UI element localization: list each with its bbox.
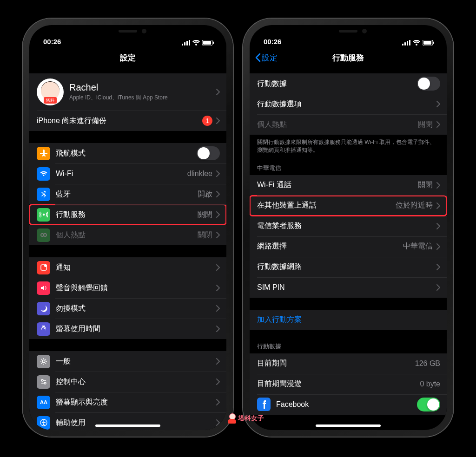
notch — [302, 25, 395, 39]
phone-right: 00:26 設定 — [243, 19, 453, 437]
calls-on-other-devices-cell[interactable]: 在其他裝置上通話 位於附近時 — [250, 196, 447, 216]
hotspot-cell[interactable]: 個人熱點 關閉 — [250, 114, 447, 135]
status-time: 00:26 — [43, 38, 71, 46]
svg-rect-20 — [407, 41, 408, 46]
backup-warning-label: iPhone 尚未進行備份 — [37, 116, 198, 126]
cellular-data-footer: 關閉行動數據來限制所有數據服務只能透過 Wi-Fi 取用，包含電子郵件、瀏覽網頁… — [250, 135, 447, 155]
cellular-network-cell[interactable]: 行動數據網路 — [250, 257, 447, 277]
settings-content[interactable]: 塔科 Rachel Apple ID、iCloud、iTunes 與 App S… — [29, 68, 226, 430]
chevron-right-icon — [436, 101, 440, 107]
notifications-icon — [37, 261, 50, 274]
back-button[interactable]: 設定 — [255, 47, 278, 68]
cellular-signal-icon — [182, 40, 190, 46]
accessibility-cell[interactable]: 輔助使用 — [29, 412, 226, 430]
chevron-right-icon — [216, 358, 220, 365]
display-icon: AA — [37, 396, 50, 409]
screentime-cell[interactable]: 螢幕使用時間 — [29, 319, 226, 339]
network-selection-label: 網路選擇 — [257, 242, 403, 251]
app-usage-facebook-cell[interactable]: Facebook — [250, 394, 447, 415]
wifi-calling-cell[interactable]: Wi-Fi 通話 關閉 — [250, 175, 447, 196]
sim-pin-label: SIM PIN — [257, 283, 433, 292]
svg-point-7 — [43, 214, 44, 215]
current-period-cell[interactable]: 目前期間 126 GB — [250, 353, 447, 374]
current-period-value: 126 GB — [415, 359, 440, 368]
svg-point-12 — [42, 360, 45, 363]
profile-cell[interactable]: 塔科 Rachel Apple ID、iCloud、iTunes 與 App S… — [29, 73, 226, 111]
carrier-header: 中華電信 — [250, 164, 447, 175]
cellular-cell[interactable]: 行動服務 關閉 — [29, 204, 226, 225]
svg-rect-23 — [423, 41, 431, 45]
cellular-options-cell[interactable]: 行動數據選項 — [250, 94, 447, 114]
bluetooth-cell[interactable]: 藍牙 開啟 — [29, 184, 226, 204]
sim-pin-cell[interactable]: SIM PIN — [250, 277, 447, 298]
screentime-label: 螢幕使用時間 — [56, 324, 212, 334]
svg-point-8 — [41, 234, 44, 236]
facebook-data-toggle[interactable] — [417, 398, 440, 411]
network-selection-value: 中華電信 — [403, 242, 433, 251]
chevron-right-icon — [436, 223, 440, 229]
accessibility-icon — [37, 416, 50, 430]
screen-right: 00:26 設定 — [250, 25, 447, 430]
hotspot-value: 關閉 — [418, 120, 433, 130]
chevron-right-icon — [216, 211, 220, 218]
wifi-calling-value: 關閉 — [418, 180, 433, 190]
navbar: 設定 行動服務 — [250, 47, 447, 68]
watermark: 塔科女子 — [228, 413, 264, 424]
svg-rect-0 — [182, 44, 183, 46]
control-center-cell[interactable]: 控制中心 — [29, 372, 226, 392]
hotspot-label: 個人熱點 — [56, 230, 198, 240]
chevron-right-icon — [436, 121, 440, 128]
control-center-label: 控制中心 — [56, 377, 212, 387]
warning-badge: 1 — [202, 116, 212, 126]
roaming-period-cell[interactable]: 目前期間漫遊 0 byte — [250, 374, 447, 394]
airplane-icon — [37, 147, 50, 160]
chevron-right-icon — [216, 419, 220, 426]
add-cellular-plan-cell[interactable]: 加入行動方案 — [250, 310, 447, 330]
chevron-right-icon — [216, 89, 220, 95]
cellular-data-toggle[interactable] — [417, 77, 440, 91]
bluetooth-label: 藍牙 — [56, 189, 198, 199]
profile-name: Rachel — [69, 82, 212, 93]
wifi-icon — [192, 40, 200, 46]
hotspot-cell[interactable]: 個人熱點 關閉 — [29, 225, 226, 245]
network-selection-cell[interactable]: 網路選擇 中華電信 — [250, 236, 447, 257]
carrier-services-cell[interactable]: 電信業者服務 — [250, 216, 447, 236]
svg-point-17 — [43, 420, 44, 422]
chevron-right-icon — [216, 264, 220, 271]
phone-left: 00:26 設定 — [23, 19, 233, 437]
usage-header: 行動數據 — [250, 342, 447, 353]
display-cell[interactable]: AA 螢幕顯示與亮度 — [29, 392, 226, 412]
roaming-period-value: 0 byte — [420, 380, 440, 388]
screentime-icon — [37, 322, 50, 336]
dnd-cell[interactable]: 勿擾模式 — [29, 298, 226, 319]
dnd-icon — [37, 302, 50, 315]
page-title: 行動服務 — [332, 52, 364, 63]
airplane-mode-toggle[interactable] — [197, 146, 220, 160]
svg-text:AA: AA — [40, 399, 47, 405]
sound-cell[interactable]: 聲音與觸覺回饋 — [29, 278, 226, 298]
notifications-cell[interactable]: 通知 — [29, 257, 226, 278]
svg-point-9 — [44, 234, 46, 236]
calls-on-other-devices-value: 位於附近時 — [396, 201, 433, 210]
chevron-right-icon — [216, 379, 220, 385]
display-label: 螢幕顯示與亮度 — [56, 398, 212, 407]
wifi-cell[interactable]: Wi-Fi dlinklee — [29, 163, 226, 184]
watermark-icon — [228, 413, 236, 424]
home-indicator[interactable] — [316, 424, 381, 427]
svg-rect-19 — [404, 42, 406, 46]
sound-label: 聲音與觸覺回饋 — [56, 283, 212, 293]
svg-rect-2 — [186, 41, 188, 46]
cellular-icon — [37, 208, 50, 222]
cellular-data-cell[interactable]: 行動數據 — [250, 73, 447, 94]
cellular-network-label: 行動數據網路 — [257, 262, 433, 272]
back-label: 設定 — [262, 52, 278, 63]
cellular-content[interactable]: 行動數據 行動數據選項 個人熱點 關閉 關閉行動數據來限制所有數據服務只能透過 … — [250, 68, 447, 430]
chevron-right-icon — [216, 285, 220, 291]
notch — [81, 25, 174, 39]
screen-left: 00:26 設定 — [29, 25, 226, 430]
home-indicator[interactable] — [95, 424, 160, 427]
facebook-icon — [257, 398, 271, 411]
airplane-mode-cell[interactable]: 飛航模式 — [29, 143, 226, 163]
general-cell[interactable]: 一般 — [29, 351, 226, 372]
backup-warning-cell[interactable]: iPhone 尚未進行備份 1 — [29, 111, 226, 131]
